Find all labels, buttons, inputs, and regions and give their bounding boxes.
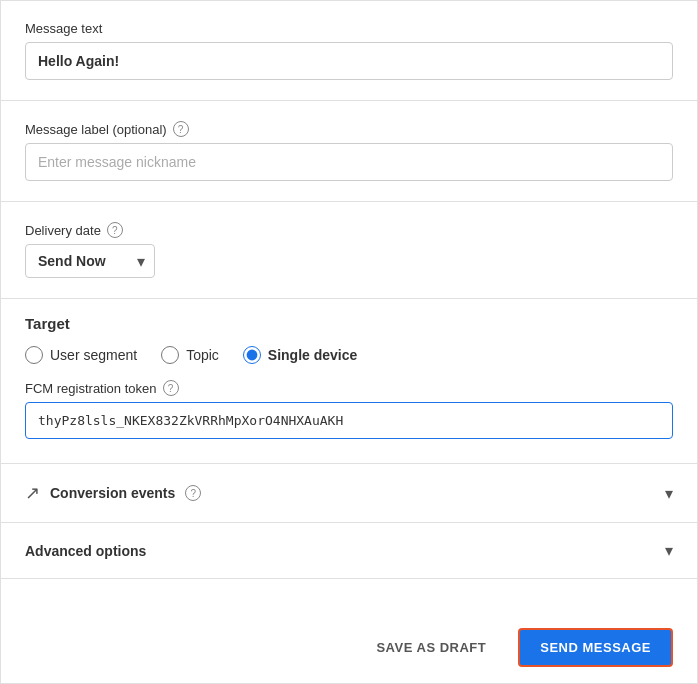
delivery-date-help-icon[interactable]: ? [107, 222, 123, 238]
advanced-options-section[interactable]: Advanced options ▾ [1, 523, 697, 579]
fcm-token-help-icon[interactable]: ? [163, 380, 179, 396]
message-label-text: Message label (optional) [25, 122, 167, 137]
radio-single-device-label: Single device [268, 347, 357, 363]
conversion-events-chevron-icon: ▾ [665, 484, 673, 503]
message-label-section: Message label (optional) ? [1, 101, 697, 202]
advanced-options-title: Advanced options [25, 543, 146, 559]
radio-user-segment-input[interactable] [25, 346, 43, 364]
target-heading: Target [25, 315, 673, 332]
conversion-events-section[interactable]: ↗ Conversion events ? ▾ [1, 464, 697, 523]
save-draft-button[interactable]: SAVE AS DRAFT [360, 630, 502, 665]
fcm-token-label: FCM registration token ? [25, 380, 673, 396]
delivery-date-section: Delivery date ? Send Now ▾ [1, 202, 697, 299]
fcm-token-input[interactable] [25, 402, 673, 439]
message-text-input[interactable] [25, 42, 673, 80]
target-radio-group: User segment Topic Single device [25, 346, 673, 364]
message-text-label-text: Message text [25, 21, 102, 36]
radio-topic[interactable]: Topic [161, 346, 219, 364]
trend-icon: ↗ [25, 482, 40, 504]
target-section: Target User segment Topic Single device … [1, 299, 697, 464]
delivery-select-wrapper: Send Now ▾ [25, 244, 155, 278]
delivery-date-label-text: Delivery date [25, 223, 101, 238]
conversion-events-title: Conversion events [50, 485, 175, 501]
advanced-options-left: Advanced options [25, 543, 146, 559]
message-label-input[interactable] [25, 143, 673, 181]
conversion-events-help-icon[interactable]: ? [185, 485, 201, 501]
message-label-label: Message label (optional) ? [25, 121, 673, 137]
message-text-label: Message text [25, 21, 673, 36]
fcm-token-label-text: FCM registration token [25, 381, 157, 396]
delivery-select[interactable]: Send Now [25, 244, 155, 278]
delivery-date-label: Delivery date ? [25, 222, 673, 238]
radio-topic-input[interactable] [161, 346, 179, 364]
radio-single-device[interactable]: Single device [243, 346, 357, 364]
radio-single-device-input[interactable] [243, 346, 261, 364]
radio-user-segment[interactable]: User segment [25, 346, 137, 364]
footer: SAVE AS DRAFT SEND MESSAGE [1, 612, 697, 683]
radio-user-segment-label: User segment [50, 347, 137, 363]
message-label-help-icon[interactable]: ? [173, 121, 189, 137]
conversion-events-left: ↗ Conversion events ? [25, 482, 201, 504]
message-text-section: Message text [1, 1, 697, 101]
send-message-button[interactable]: SEND MESSAGE [518, 628, 673, 667]
advanced-options-chevron-icon: ▾ [665, 541, 673, 560]
radio-topic-label: Topic [186, 347, 219, 363]
